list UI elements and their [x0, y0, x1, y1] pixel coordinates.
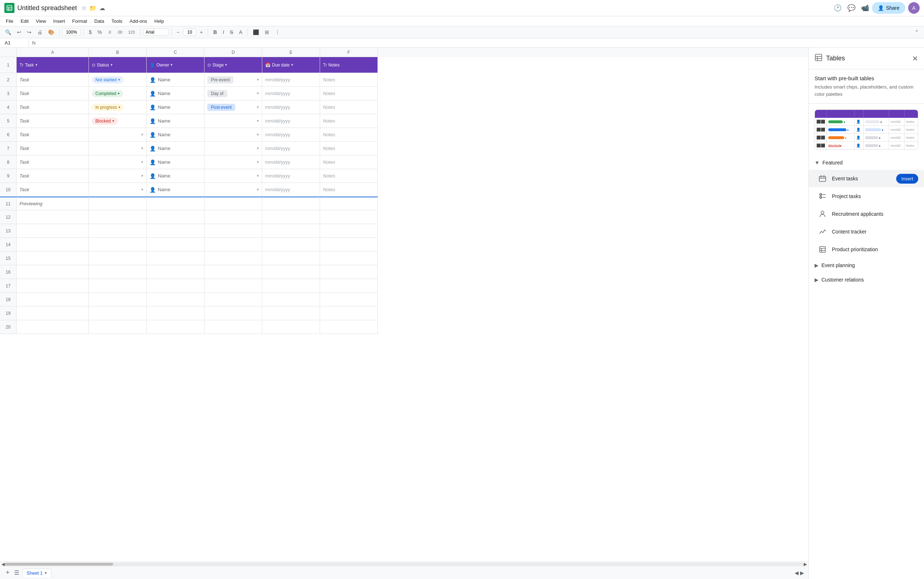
- cell-e10[interactable]: mm/dd/yyyy: [262, 183, 320, 196]
- panel-close-button[interactable]: ✕: [912, 54, 918, 63]
- cell-b4[interactable]: In progress ▾: [89, 100, 147, 114]
- cell-c2[interactable]: 👤Name: [147, 73, 204, 87]
- italic-button[interactable]: I: [221, 28, 227, 36]
- scroll-prev[interactable]: ◀: [795, 570, 799, 576]
- cell-e8[interactable]: mm/dd/yyyy: [262, 155, 320, 169]
- cell-f17[interactable]: [320, 279, 378, 293]
- cell-a11[interactable]: Previewing: [16, 196, 89, 210]
- col-d-dropdown[interactable]: ▾: [225, 62, 227, 67]
- row-num-19[interactable]: 19: [0, 306, 16, 320]
- row-num-4[interactable]: 4: [0, 100, 16, 114]
- col-header-f[interactable]: F: [320, 48, 378, 57]
- cell-f16[interactable]: [320, 265, 378, 279]
- decimal-decrease-button[interactable]: .0: [106, 29, 113, 36]
- cell-b2[interactable]: Not started ▾: [89, 73, 147, 87]
- cell-a14[interactable]: [16, 238, 89, 252]
- col-header-c[interactable]: C: [147, 48, 204, 57]
- col-header-a[interactable]: A: [16, 48, 89, 57]
- cell-f8[interactable]: Notes: [320, 155, 378, 169]
- event-tasks-insert-button[interactable]: Insert: [896, 174, 918, 183]
- cell-e5[interactable]: mm/dd/yyyy: [262, 114, 320, 128]
- cell-e9[interactable]: mm/dd/yyyy: [262, 169, 320, 183]
- cell-b5[interactable]: Blocked ▾: [89, 114, 147, 128]
- cell-c4[interactable]: 👤Name: [147, 100, 204, 114]
- cell-d7[interactable]: ▾: [204, 142, 262, 155]
- font-decrease-button[interactable]: −: [174, 28, 182, 36]
- cell-f10[interactable]: Notes: [320, 183, 378, 196]
- recruitment-applicants-item[interactable]: Recruitment applicants Insert: [809, 205, 924, 222]
- cell-f9[interactable]: Notes: [320, 169, 378, 183]
- cell-f12[interactable]: [320, 210, 378, 224]
- zoom-selector[interactable]: 100%: [62, 29, 81, 36]
- cell-e3[interactable]: mm/dd/yyyy: [262, 87, 320, 100]
- cell-d3[interactable]: Day of▾: [204, 87, 262, 100]
- col-header-e[interactable]: E: [262, 48, 320, 57]
- cell-a12[interactable]: [16, 210, 89, 224]
- cell-f3[interactable]: Notes: [320, 87, 378, 100]
- cell-b13[interactable]: [89, 224, 147, 238]
- cell-e20[interactable]: [262, 320, 320, 334]
- cell-e16[interactable]: [262, 265, 320, 279]
- bold-button[interactable]: B: [211, 28, 219, 36]
- paint-format-button[interactable]: 🎨: [46, 28, 56, 36]
- cell-b10[interactable]: ▾: [89, 183, 147, 196]
- folder-icon[interactable]: 📁: [89, 5, 96, 11]
- cell-b18[interactable]: [89, 293, 147, 306]
- customer-relations-section-header[interactable]: ▶ Customer relations: [809, 273, 924, 287]
- event-planning-section-header[interactable]: ▶ Event planning: [809, 258, 924, 273]
- cell-d5[interactable]: ▾: [204, 114, 262, 128]
- scroll-next[interactable]: ▶: [800, 570, 804, 576]
- cell-d11[interactable]: [204, 196, 262, 210]
- formula-input[interactable]: [38, 39, 921, 46]
- cell-d15[interactable]: [204, 252, 262, 265]
- cell-c10[interactable]: 👤Name: [147, 183, 204, 196]
- cell-b14[interactable]: [89, 238, 147, 252]
- cell-b9[interactable]: ▾: [89, 169, 147, 183]
- cell-a20[interactable]: [16, 320, 89, 334]
- cell-c14[interactable]: [147, 238, 204, 252]
- cell-c15[interactable]: [147, 252, 204, 265]
- cell-a9[interactable]: Task: [16, 169, 89, 183]
- cell-e17[interactable]: [262, 279, 320, 293]
- cell-a15[interactable]: [16, 252, 89, 265]
- font-family-selector[interactable]: Arial: [143, 29, 168, 36]
- sheet-tab-1[interactable]: Sheet 1 ▾: [22, 569, 52, 577]
- cell-e11[interactable]: [262, 196, 320, 210]
- row-num-18[interactable]: 18: [0, 293, 16, 306]
- row-num-5[interactable]: 5: [0, 114, 16, 128]
- cell-c19[interactable]: [147, 306, 204, 320]
- col-e-dropdown[interactable]: ▾: [291, 62, 293, 67]
- cell-e14[interactable]: [262, 238, 320, 252]
- cell-b17[interactable]: [89, 279, 147, 293]
- content-tracker-item[interactable]: Content tracker Insert: [809, 222, 924, 240]
- menu-format[interactable]: Format: [69, 17, 90, 25]
- cell-f14[interactable]: [320, 238, 378, 252]
- cell-d16[interactable]: [204, 265, 262, 279]
- row-num-9[interactable]: 9: [0, 169, 16, 183]
- cell-d8[interactable]: ▾: [204, 155, 262, 169]
- cell-f7[interactable]: Notes: [320, 142, 378, 155]
- row-num-17[interactable]: 17: [0, 279, 16, 293]
- cell-d12[interactable]: [204, 210, 262, 224]
- cell-b8[interactable]: ▾: [89, 155, 147, 169]
- cell-a1[interactable]: Tr Task ▾: [16, 57, 89, 73]
- cell-a4[interactable]: Task: [16, 100, 89, 114]
- col-b-dropdown[interactable]: ▾: [111, 62, 113, 67]
- font-increase-button[interactable]: +: [197, 28, 205, 36]
- row-num-1[interactable]: 1: [0, 57, 16, 73]
- row-num-14[interactable]: 14: [0, 238, 16, 252]
- cell-a17[interactable]: [16, 279, 89, 293]
- col-header-b[interactable]: B: [89, 48, 147, 57]
- cell-a13[interactable]: [16, 224, 89, 238]
- cell-f2[interactable]: Notes: [320, 73, 378, 87]
- cell-b7[interactable]: ▾: [89, 142, 147, 155]
- cell-f20[interactable]: [320, 320, 378, 334]
- more-options-button[interactable]: ⋮: [273, 28, 282, 36]
- featured-section-header[interactable]: ▼ Featured: [809, 155, 924, 170]
- row-num-11[interactable]: 11: [0, 196, 16, 210]
- undo-button[interactable]: ↩: [15, 28, 23, 36]
- cell-e12[interactable]: [262, 210, 320, 224]
- comment-icon[interactable]: 💬: [847, 4, 856, 12]
- cell-a3[interactable]: Task: [16, 87, 89, 100]
- cell-e19[interactable]: [262, 306, 320, 320]
